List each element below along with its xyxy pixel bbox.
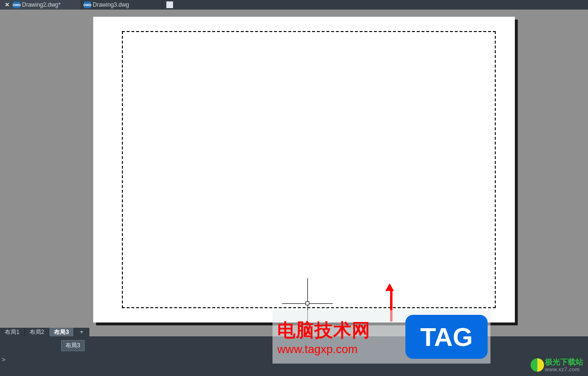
new-file-icon [166,1,173,8]
file-tab-label: Drawing3.dwg [93,1,129,8]
dwg-icon: DWG [84,1,91,8]
layout-tabs-bar: 布局1 布局2 布局3 + [0,328,89,336]
file-tabs-bar: ✕ DWG Drawing2.dwg* DWG Drawing3.dwg [0,0,588,10]
site-swirl-icon [531,358,544,372]
close-icon[interactable]: ✕ [3,1,11,8]
site-name: 极光下载站 [545,358,583,366]
layout-tab-3[interactable]: 布局3 [49,328,74,336]
new-file-button[interactable] [163,0,177,10]
layout-paper[interactable] [93,17,515,322]
command-prompt[interactable]: > [2,356,5,363]
watermark-url: www.tagxp.com [272,343,405,356]
printable-area-border [122,31,496,308]
tag-badge: TAG [405,315,488,359]
dwg-icon: DWG [13,1,20,8]
file-tab-drawing3[interactable]: DWG Drawing3.dwg [81,0,163,10]
site-logo: 极光下载站 www.xz7.com [531,358,583,372]
layout-tooltip: 布局3 [61,340,85,351]
layout-tab-1[interactable]: 布局1 [0,328,25,336]
file-tab-drawing2[interactable]: ✕ DWG Drawing2.dwg* [0,0,81,10]
watermark-title: 电脑技术网 [272,318,405,343]
layout-add-button[interactable]: + [74,328,89,336]
site-url: www.xz7.com [545,366,583,372]
watermark-overlay: 电脑技术网 www.tagxp.com TAG [272,310,490,364]
layout-tab-2[interactable]: 布局2 [25,328,50,336]
file-tab-label: Drawing2.dwg* [22,1,61,8]
